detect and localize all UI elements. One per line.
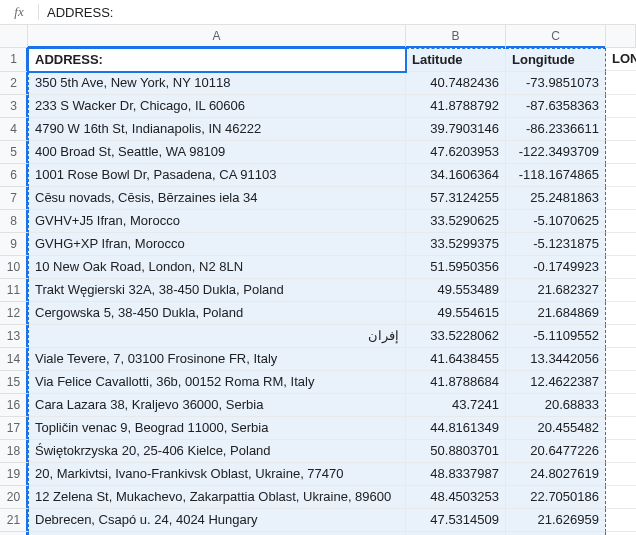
- cell-overflow-d[interactable]: [606, 463, 636, 486]
- cell-longitude[interactable]: -87.6358363: [506, 95, 606, 118]
- row-header[interactable]: 12: [0, 302, 28, 325]
- cell-latitude[interactable]: 41.8788792: [406, 95, 506, 118]
- row-header[interactable]: 17: [0, 417, 28, 440]
- cell-overflow-d[interactable]: [606, 164, 636, 187]
- cell-longitude[interactable]: -5.1109552: [506, 325, 606, 348]
- row-header[interactable]: 9: [0, 233, 28, 256]
- cell-longitude[interactable]: 20.6477226: [506, 440, 606, 463]
- cell-longitude[interactable]: 20.455482: [506, 417, 606, 440]
- cell-address[interactable]: 10 New Oak Road, London, N2 8LN: [28, 256, 406, 279]
- row-header[interactable]: 21: [0, 509, 28, 532]
- col-header-A[interactable]: A: [28, 25, 406, 48]
- row-header[interactable]: 19: [0, 463, 28, 486]
- cell-overflow-d[interactable]: [606, 72, 636, 95]
- row-header[interactable]: 14: [0, 348, 28, 371]
- cell-latitude[interactable]: 57.3124255: [406, 187, 506, 210]
- col-header-C[interactable]: C: [506, 25, 606, 48]
- row-header[interactable]: 13: [0, 325, 28, 348]
- cell-address[interactable]: Cergowska 5, 38-450 Dukla, Poland: [28, 302, 406, 325]
- header-latitude[interactable]: Latitude: [406, 48, 506, 72]
- row-header[interactable]: 6: [0, 164, 28, 187]
- cell-longitude[interactable]: 22.7050186: [506, 486, 606, 509]
- cell-overflow-d[interactable]: [606, 95, 636, 118]
- cell-latitude[interactable]: 40.7482436: [406, 72, 506, 95]
- fx-icon[interactable]: fx: [0, 4, 39, 20]
- cell-latitude[interactable]: 49.553489: [406, 279, 506, 302]
- cell-longitude[interactable]: 13.3442056: [506, 348, 606, 371]
- cell-latitude[interactable]: 48.8337987: [406, 463, 506, 486]
- cell-address[interactable]: 12 Zelena St, Mukachevo, Zakarpattia Obl…: [28, 486, 406, 509]
- cell-longitude[interactable]: -5.1231875: [506, 233, 606, 256]
- col-header-D-partial[interactable]: [606, 25, 636, 48]
- cell-longitude[interactable]: -0.1749923: [506, 256, 606, 279]
- col-header-B[interactable]: B: [406, 25, 506, 48]
- cell-address[interactable]: 400 Broad St, Seattle, WA 98109: [28, 141, 406, 164]
- cell-overflow-d[interactable]: [606, 486, 636, 509]
- cell-longitude[interactable]: 21.682327: [506, 279, 606, 302]
- cell-address[interactable]: Debrecen, Csapó u. 24, 4024 Hungary: [28, 509, 406, 532]
- cell-address[interactable]: 4790 W 16th St, Indianapolis, IN 46222: [28, 118, 406, 141]
- cell-address[interactable]: 1001 Rose Bowl Dr, Pasadena, CA 91103: [28, 164, 406, 187]
- cell-address[interactable]: Viale Tevere, 7, 03100 Frosinone FR, Ita…: [28, 348, 406, 371]
- cell-longitude[interactable]: -5.1070625: [506, 210, 606, 233]
- cell-address[interactable]: 233 S Wacker Dr, Chicago, IL 60606: [28, 95, 406, 118]
- cell-latitude[interactable]: 33.5299375: [406, 233, 506, 256]
- cell-address[interactable]: Topličin venac 9, Beograd 11000, Serbia: [28, 417, 406, 440]
- cell-latitude[interactable]: 50.8803701: [406, 440, 506, 463]
- spreadsheet-grid[interactable]: A B C 1ADDRESS:LatitudeLongitudeLON2350 …: [0, 25, 636, 535]
- cell-longitude[interactable]: 12.4622387: [506, 371, 606, 394]
- cell-latitude[interactable]: 41.6438455: [406, 348, 506, 371]
- cell-overflow-d[interactable]: [606, 187, 636, 210]
- cell-overflow-d[interactable]: [606, 233, 636, 256]
- cell-address[interactable]: Świętokrzyska 20, 25-406 Kielce, Poland: [28, 440, 406, 463]
- cell-overflow-d[interactable]: [606, 256, 636, 279]
- cell-longitude[interactable]: 25.2481863: [506, 187, 606, 210]
- row-header[interactable]: 11: [0, 279, 28, 302]
- row-header[interactable]: 16: [0, 394, 28, 417]
- row-header[interactable]: 1: [0, 48, 28, 72]
- cell-address[interactable]: 20, Markivtsi, Ivano-Frankivsk Oblast, U…: [28, 463, 406, 486]
- cell-latitude[interactable]: 43.7241: [406, 394, 506, 417]
- cell-longitude[interactable]: 21.684869: [506, 302, 606, 325]
- cell-overflow-d[interactable]: [606, 348, 636, 371]
- cell-longitude[interactable]: -73.9851073: [506, 72, 606, 95]
- row-header[interactable]: 10: [0, 256, 28, 279]
- cell-overflow-d[interactable]: [606, 141, 636, 164]
- cell-overflow-d[interactable]: [606, 210, 636, 233]
- corner-select-all[interactable]: [0, 25, 28, 48]
- cell-overflow-d[interactable]: [606, 371, 636, 394]
- cell-latitude[interactable]: 49.554615: [406, 302, 506, 325]
- cell-overflow-d[interactable]: [606, 302, 636, 325]
- cell-longitude[interactable]: -86.2336611: [506, 118, 606, 141]
- cell-latitude[interactable]: 47.6203953: [406, 141, 506, 164]
- row-header[interactable]: 7: [0, 187, 28, 210]
- cell-overflow-d[interactable]: LON: [606, 48, 636, 71]
- cell-address[interactable]: Trakt Węgierski 32A, 38-450 Dukla, Polan…: [28, 279, 406, 302]
- cell-overflow-d[interactable]: [606, 325, 636, 348]
- header-longitude[interactable]: Longitude: [506, 48, 606, 72]
- cell-longitude[interactable]: -118.1674865: [506, 164, 606, 187]
- header-address[interactable]: ADDRESS:: [28, 48, 406, 72]
- cell-address[interactable]: 350 5th Ave, New York, NY 10118: [28, 72, 406, 95]
- cell-overflow-d[interactable]: [606, 394, 636, 417]
- cell-overflow-d[interactable]: [606, 118, 636, 141]
- row-header[interactable]: 5: [0, 141, 28, 164]
- cell-address[interactable]: Cara Lazara 38, Kraljevo 36000, Serbia: [28, 394, 406, 417]
- cell-longitude[interactable]: 21.626959: [506, 509, 606, 532]
- cell-address[interactable]: GVHV+J5 Ifran, Morocco: [28, 210, 406, 233]
- cell-longitude[interactable]: 20.68833: [506, 394, 606, 417]
- cell-longitude[interactable]: -122.3493709: [506, 141, 606, 164]
- row-header[interactable]: 8: [0, 210, 28, 233]
- cell-latitude[interactable]: 33.5290625: [406, 210, 506, 233]
- row-header[interactable]: 15: [0, 371, 28, 394]
- cell-latitude[interactable]: 51.5950356: [406, 256, 506, 279]
- cell-latitude[interactable]: 44.8161349: [406, 417, 506, 440]
- cell-address[interactable]: GVHG+XP Ifran, Morocco: [28, 233, 406, 256]
- cell-address[interactable]: Via Felice Cavallotti, 36b, 00152 Roma R…: [28, 371, 406, 394]
- cell-address[interactable]: إفران: [28, 325, 406, 348]
- cell-overflow-d[interactable]: [606, 509, 636, 532]
- cell-latitude[interactable]: 41.8788684: [406, 371, 506, 394]
- cell-overflow-d[interactable]: [606, 279, 636, 302]
- cell-latitude[interactable]: 34.1606364: [406, 164, 506, 187]
- row-header[interactable]: 20: [0, 486, 28, 509]
